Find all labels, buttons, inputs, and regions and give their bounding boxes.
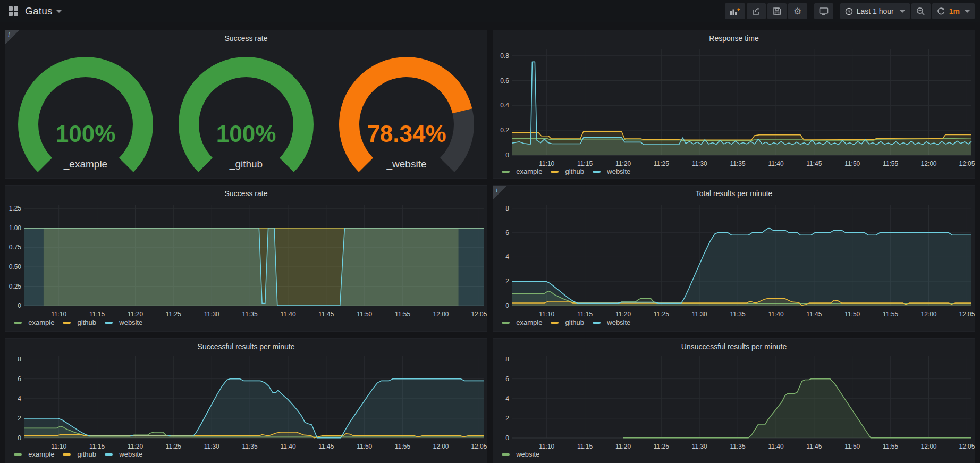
svg-text:1.25: 1.25 xyxy=(9,205,22,212)
save-button[interactable] xyxy=(767,3,787,19)
panel-title[interactable]: Unsuccessful results per minute xyxy=(493,342,975,351)
chart-area-_website xyxy=(623,379,972,438)
svg-text:11:25: 11:25 xyxy=(166,443,181,450)
info-icon: i xyxy=(496,186,497,194)
clock-icon xyxy=(845,7,853,15)
svg-text:11:15: 11:15 xyxy=(577,310,593,318)
panel-info-corner[interactable]: i xyxy=(493,186,507,199)
gear-icon: ⚙ xyxy=(793,7,801,16)
svg-text:11:50: 11:50 xyxy=(844,160,860,167)
svg-text:12:00: 12:00 xyxy=(920,160,936,167)
response-time-chart[interactable]: 00.20.40.60.811:1011:1511:2011:2511:3011… xyxy=(493,30,975,178)
legend-item[interactable]: _github xyxy=(63,450,96,458)
settings-button[interactable]: ⚙ xyxy=(788,3,807,19)
info-icon: i xyxy=(8,31,10,39)
svg-text:0: 0 xyxy=(505,151,509,159)
legend-item[interactable]: _website xyxy=(593,167,630,175)
dashboard-title[interactable]: Gatus xyxy=(25,5,53,17)
svg-text:11:25: 11:25 xyxy=(654,310,669,318)
svg-text:6: 6 xyxy=(505,375,509,383)
legend-series-swatch xyxy=(105,322,113,324)
gauge-arc: 78.34%_website xyxy=(327,45,486,173)
svg-text:11:45: 11:45 xyxy=(806,443,822,450)
legend-item[interactable]: _website xyxy=(105,318,142,326)
legend-item[interactable]: _github xyxy=(551,318,584,326)
svg-text:11:15: 11:15 xyxy=(577,443,593,450)
unsuccessful-results-chart[interactable]: 0246811:1011:1511:2011:2511:3011:3511:40… xyxy=(493,339,975,463)
svg-text:11:15: 11:15 xyxy=(577,160,593,167)
successful-results-chart[interactable]: 0246811:1011:1511:2011:2511:3011:3511:40… xyxy=(5,339,487,463)
legend-series-swatch xyxy=(593,322,601,324)
svg-text:0: 0 xyxy=(18,434,21,442)
share-button[interactable] xyxy=(747,3,766,19)
caret-down-icon xyxy=(965,10,970,13)
legend-series-swatch xyxy=(551,322,559,324)
panel-response-time: Response time 00.20.40.60.811:1011:1511:… xyxy=(493,30,975,179)
gauge-arc: 100%_github xyxy=(166,45,326,173)
svg-text:11:55: 11:55 xyxy=(883,310,898,318)
svg-text:11:20: 11:20 xyxy=(128,443,143,450)
gauge-row: 100%_example100%_github78.34%_website xyxy=(5,45,487,178)
svg-text:11:35: 11:35 xyxy=(730,443,746,450)
svg-text:11:55: 11:55 xyxy=(395,443,410,450)
legend-item[interactable]: _website xyxy=(593,318,630,326)
legend-item[interactable]: _github xyxy=(551,167,584,175)
panel-info-corner[interactable]: i xyxy=(5,30,19,44)
total-results-chart[interactable]: 0246811:1011:1511:2011:2511:3011:3511:40… xyxy=(493,186,975,331)
caret-down-icon xyxy=(56,10,62,13)
panel-title[interactable]: Success rate xyxy=(5,189,487,198)
legend-series-swatch xyxy=(502,453,510,456)
legend-series-label: _website xyxy=(512,450,539,458)
svg-text:8: 8 xyxy=(505,356,509,363)
svg-text:12:05: 12:05 xyxy=(959,443,975,450)
tv-mode-button[interactable] xyxy=(814,3,833,19)
svg-text:12:00: 12:00 xyxy=(920,310,936,318)
svg-text:11:40: 11:40 xyxy=(280,310,295,318)
panel-title[interactable]: Successful results per minute xyxy=(5,342,487,351)
dashboard: Gatus xyxy=(0,0,980,463)
time-range-label: Last 1 hour xyxy=(857,7,894,15)
legend-series-label: _example xyxy=(512,318,542,326)
panel-title[interactable]: Total results per minute xyxy=(493,189,975,198)
legend-item[interactable]: _example xyxy=(14,450,54,458)
svg-text:0.75: 0.75 xyxy=(9,243,22,251)
svg-text:0.2: 0.2 xyxy=(500,127,509,134)
time-range-button[interactable]: Last 1 hour xyxy=(840,3,910,19)
panel-title[interactable]: Success rate xyxy=(5,34,487,43)
svg-text:11:45: 11:45 xyxy=(318,310,334,318)
refresh-interval-label: 1m xyxy=(949,7,960,15)
zoom-out-button[interactable] xyxy=(911,3,931,19)
svg-text:11:25: 11:25 xyxy=(166,310,181,318)
add-panel-button[interactable] xyxy=(725,3,745,19)
legend-item[interactable]: _website xyxy=(105,450,142,458)
svg-text:8: 8 xyxy=(18,356,21,363)
svg-text:2: 2 xyxy=(505,415,509,422)
chart-area-_website xyxy=(24,379,484,438)
svg-text:11:35: 11:35 xyxy=(242,310,258,318)
svg-text:4: 4 xyxy=(505,253,509,260)
legend-item[interactable]: _github xyxy=(63,318,96,326)
top-navbar: Gatus xyxy=(0,0,980,22)
svg-text:0.50: 0.50 xyxy=(9,263,22,271)
legend-item[interactable]: _example xyxy=(502,167,542,175)
legend-item[interactable]: _website xyxy=(502,450,539,458)
svg-text:0.8: 0.8 xyxy=(500,52,509,60)
svg-text:1.00: 1.00 xyxy=(9,224,22,232)
panel-title[interactable]: Response time xyxy=(493,34,975,43)
legend-item[interactable]: _example xyxy=(502,318,542,326)
legend-item[interactable]: _example xyxy=(14,318,54,326)
refresh-button[interactable]: 1m xyxy=(932,3,975,19)
legend-series-swatch xyxy=(63,453,71,456)
svg-text:11:30: 11:30 xyxy=(204,443,219,450)
svg-text:11:40: 11:40 xyxy=(768,310,783,318)
panel-success-rate-timeseries: Success rate 00.250.500.751.001.2511:101… xyxy=(5,185,487,332)
legend: _example_github_website xyxy=(502,167,630,175)
legend-series-swatch xyxy=(502,322,510,324)
gauge-label: _github xyxy=(229,158,263,170)
success-rate-chart[interactable]: 00.250.500.751.001.2511:1011:1511:2011:2… xyxy=(5,186,487,331)
legend-series-swatch xyxy=(14,453,22,456)
svg-text:6: 6 xyxy=(505,229,509,237)
dashboards-grid-icon[interactable] xyxy=(9,6,19,16)
svg-text:12:05: 12:05 xyxy=(471,310,487,318)
legend: _example_github_website xyxy=(14,450,142,458)
